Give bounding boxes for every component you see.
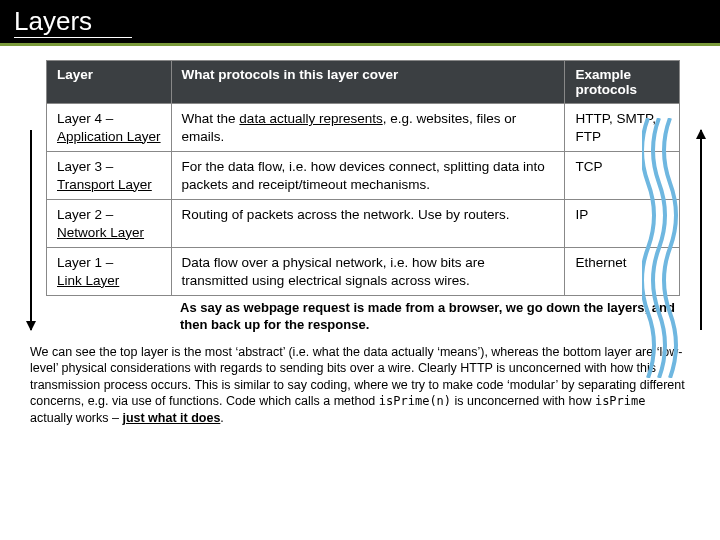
col-layer: Layer [47, 61, 172, 104]
col-desc: What protocols in this layer cover [171, 61, 565, 104]
layers-table-wrap: Layer What protocols in this layer cover… [46, 60, 680, 296]
table-row: Layer 3 –Transport Layer For the data fl… [47, 152, 680, 200]
arrow-up-icon [700, 130, 702, 330]
cell-layer: Layer 1 –Link Layer [47, 248, 172, 296]
cell-examples: IP [565, 200, 680, 248]
table-header-row: Layer What protocols in this layer cover… [47, 61, 680, 104]
page-title: Layers [14, 6, 132, 38]
cell-desc: What the data actually represents, e.g. … [171, 104, 565, 152]
layers-table: Layer What protocols in this layer cover… [46, 60, 680, 296]
table-row: Layer 1 –Link Layer Data flow over a phy… [47, 248, 680, 296]
table-caption: As say as webpage request is made from a… [180, 300, 680, 334]
cell-desc: Data flow over a physical network, i.e. … [171, 248, 565, 296]
cell-examples: Ethernet [565, 248, 680, 296]
explanation-paragraph: We can see the top layer is the most ‘ab… [30, 344, 690, 426]
cell-desc: For the data flow, i.e. how devices conn… [171, 152, 565, 200]
cell-layer: Layer 2 –Network Layer [47, 200, 172, 248]
cell-examples: TCP [565, 152, 680, 200]
cell-examples: HTTP, SMTP, FTP [565, 104, 680, 152]
title-bar: Layers [0, 0, 720, 46]
cell-layer: Layer 4 –Application Layer [47, 104, 172, 152]
table-row: Layer 2 –Network Layer Routing of packet… [47, 200, 680, 248]
cell-desc: Routing of packets across the network. U… [171, 200, 565, 248]
cell-layer: Layer 3 –Transport Layer [47, 152, 172, 200]
arrow-down-icon [30, 130, 32, 330]
col-examples: Example protocols [565, 61, 680, 104]
table-row: Layer 4 –Application Layer What the data… [47, 104, 680, 152]
